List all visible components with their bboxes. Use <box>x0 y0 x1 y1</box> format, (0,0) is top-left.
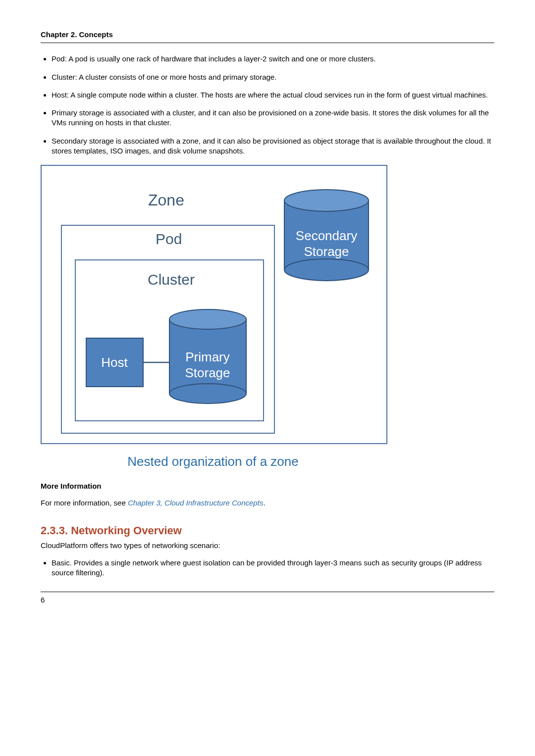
more-info-prefix: For more information, see <box>41 499 128 507</box>
bullet-secondary-storage: Secondary storage is associated with a z… <box>52 136 494 156</box>
bullet-pod: Pod: A pod is usually one rack of hardwa… <box>52 54 494 64</box>
chapter-3-link[interactable]: Chapter 3, Cloud Infrastructure Concepts <box>128 499 263 507</box>
bullet-cluster: Cluster: A cluster consists of one or mo… <box>52 72 494 82</box>
secondary-storage-label-1: Secondary <box>296 228 357 243</box>
secondary-storage-cylinder: Secondary Storage <box>284 190 369 281</box>
cluster-label: Cluster <box>148 271 195 288</box>
more-information-heading: More Information <box>41 481 494 491</box>
page-footer: 6 <box>41 592 494 605</box>
bullet-primary-storage: Primary storage is associated with a clu… <box>52 108 494 128</box>
more-information-text: For more information, see Chapter 3, Clo… <box>41 498 494 508</box>
svg-point-4 <box>169 384 246 403</box>
page-number: 6 <box>41 596 45 604</box>
networking-bullet-list: Basic. Provides a single network where g… <box>41 558 494 578</box>
host-label: Host <box>101 355 128 370</box>
networking-intro: CloudPlatform offers two types of networ… <box>41 541 494 551</box>
svg-point-1 <box>284 259 369 281</box>
zone-label: Zone <box>148 191 184 209</box>
secondary-storage-label-2: Storage <box>304 244 349 259</box>
more-info-suffix: . <box>263 499 265 507</box>
primary-storage-label-1: Primary <box>185 350 230 364</box>
svg-point-5 <box>169 309 246 329</box>
zone-diagram: Zone Secondary Storage Pod Cluster Host … <box>41 165 387 444</box>
bullet-host: Host: A single compute node within a clu… <box>52 90 494 100</box>
primary-storage-cylinder: Primary Storage <box>169 309 246 403</box>
pod-label: Pod <box>156 231 182 247</box>
networking-bullet-basic: Basic. Provides a single network where g… <box>52 558 494 578</box>
chapter-header: Chapter 2. Concepts <box>41 30 494 43</box>
svg-point-2 <box>284 190 369 211</box>
primary-storage-label-2: Storage <box>185 365 230 380</box>
concept-bullet-list: Pod: A pod is usually one rack of hardwa… <box>41 54 494 156</box>
diagram-caption: Nested organization of a zone <box>41 453 385 470</box>
section-2-3-3-heading: 2.3.3. Networking Overview <box>41 523 494 538</box>
